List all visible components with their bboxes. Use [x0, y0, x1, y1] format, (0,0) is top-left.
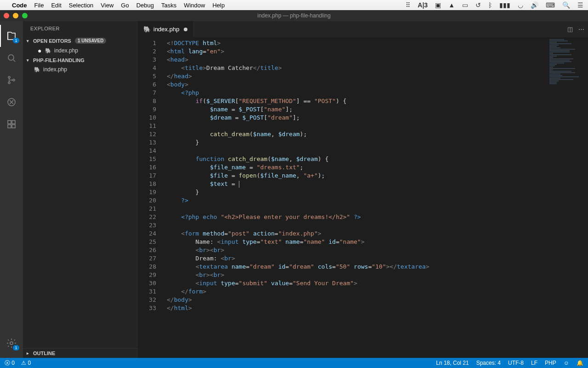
unsaved-badge: 1 UNSAVED [75, 38, 107, 44]
status-warnings[interactable]: ⚠ 0 [21, 360, 31, 366]
scm-activity[interactable] [0, 69, 23, 91]
dirty-dot-icon: ● [38, 47, 42, 54]
menu-help[interactable]: Help [212, 2, 225, 9]
svg-rect-5 [8, 121, 11, 124]
line-gutter: 1234567891011121314151617181920212223242… [138, 37, 164, 358]
php-file-icon: 🐘 [45, 48, 51, 54]
outline-label: OUTLINE [33, 351, 55, 356]
status-spaces[interactable]: Spaces: 4 [476, 360, 501, 366]
svg-point-0 [8, 55, 14, 60]
volume-icon[interactable]: 🔊 [531, 1, 538, 9]
close-window-button[interactable] [4, 13, 9, 18]
menubar-app[interactable]: Code [12, 2, 27, 9]
spotlight-icon[interactable]: 🔍 [562, 1, 570, 9]
status-bar: ⓧ 0 ⚠ 0 Ln 18, Col 21 Spaces: 4 UTF-8 LF… [0, 358, 588, 368]
svg-rect-6 [12, 121, 15, 124]
svg-point-3 [13, 79, 15, 81]
file-name: index.php [43, 66, 67, 73]
status-eol[interactable]: LF [531, 360, 537, 366]
code-content[interactable]: <!DOCTYPE html><html lang="en"><head> <t… [164, 37, 588, 358]
folder-header[interactable]: ▾ PHP-FILE-HANDLING [23, 56, 138, 65]
editor-tabs: 🐘 index.php ◫ ⋯ [138, 21, 588, 37]
open-editors-header[interactable]: ▾ OPEN EDITORS 1 UNSAVED [23, 36, 138, 46]
input-icon[interactable]: ⌨ [546, 1, 555, 9]
menu-window[interactable]: Window [184, 2, 205, 9]
dirty-indicator-icon [184, 28, 187, 31]
open-editors-label: OPEN EDITORS [33, 38, 71, 44]
explorer-sidebar: EXPLORER ▾ OPEN EDITORS 1 UNSAVED ● 🐘 in… [23, 21, 138, 358]
settings-activity[interactable]: 1 [0, 332, 23, 354]
explorer-activity[interactable]: 1 [0, 25, 23, 47]
battery-icon[interactable]: ▮▮▮ [499, 1, 510, 9]
chevron-right-icon: ▸ [27, 351, 31, 356]
traffic-lights [4, 13, 28, 18]
status-feedback-icon[interactable]: ☺ [564, 360, 569, 366]
status-lang[interactable]: PHP [545, 360, 556, 366]
explorer-badge: 1 [13, 38, 19, 43]
svg-rect-8 [12, 125, 15, 128]
chevron-down-icon: ▾ [27, 39, 31, 43]
folder-label: PHP-FILE-HANDLING [33, 58, 85, 63]
status-lncol[interactable]: Ln 18, Col 21 [436, 360, 469, 366]
sidebar-title: EXPLORER [23, 21, 138, 36]
code-editor[interactable]: 1234567891011121314151617181920212223242… [138, 37, 588, 358]
window-title: index.php — php-file-handling [257, 12, 330, 19]
hat-icon[interactable]: ▲ [448, 1, 455, 9]
editor-group: 🐘 index.php ◫ ⋯ 123456789101112131415161… [138, 21, 588, 358]
svg-point-2 [8, 82, 10, 84]
status-errors[interactable]: ⓧ 0 [5, 359, 15, 367]
minimize-window-button[interactable] [13, 13, 18, 18]
settings-badge: 1 [13, 345, 19, 351]
wifi-icon[interactable]: ◡ [518, 1, 523, 9]
status-encoding[interactable]: UTF-8 [508, 360, 524, 366]
chevron-down-icon: ▾ [27, 58, 31, 63]
minimap[interactable] [549, 39, 586, 85]
php-file-icon: 🐘 [143, 26, 151, 33]
svg-rect-7 [8, 125, 11, 128]
more-actions-icon[interactable]: ⋯ [578, 26, 584, 33]
open-editor-filename: index.php [54, 47, 78, 54]
debug-activity[interactable] [0, 91, 23, 113]
adobe-icon[interactable]: A|3 [418, 1, 428, 9]
display-icon[interactable]: ▭ [462, 1, 468, 9]
activity-bar: 1 1 [0, 21, 23, 358]
split-editor-icon[interactable]: ◫ [567, 26, 573, 33]
dropbox-icon[interactable]: ⠿ [406, 1, 410, 9]
menu-selection[interactable]: Selection [69, 2, 93, 9]
editor-tab[interactable]: 🐘 index.php [138, 21, 193, 37]
tab-title: index.php [153, 26, 179, 33]
svg-point-1 [8, 76, 10, 78]
status-bell-icon[interactable]: 🔔 [577, 360, 583, 366]
control-center-icon[interactable]: ☰ [577, 1, 583, 9]
menu-view[interactable]: View [101, 2, 113, 9]
mac-menubar: Code File Edit Selection View Go Debug T… [0, 0, 588, 10]
camera-icon[interactable]: ▣ [435, 1, 441, 9]
menu-edit[interactable]: Edit [51, 2, 61, 9]
menu-tasks[interactable]: Tasks [161, 2, 176, 9]
zoom-window-button[interactable] [22, 13, 28, 18]
file-tree-item[interactable]: 🐘 index.php [23, 65, 138, 74]
search-activity[interactable] [0, 47, 23, 69]
menu-file[interactable]: File [34, 2, 44, 9]
timemachine-icon[interactable]: ↺ [475, 1, 481, 9]
php-file-icon: 🐘 [34, 67, 40, 73]
extensions-activity[interactable] [0, 113, 23, 135]
window-titlebar: index.php — php-file-handling [0, 10, 588, 21]
svg-point-9 [10, 342, 13, 345]
menu-go[interactable]: Go [121, 2, 129, 9]
bluetooth-icon[interactable]: ᛒ [488, 1, 492, 9]
outline-header[interactable]: ▸ OUTLINE [23, 348, 138, 358]
menu-debug[interactable]: Debug [136, 2, 154, 9]
open-editor-item[interactable]: ● 🐘 index.php [23, 46, 138, 56]
